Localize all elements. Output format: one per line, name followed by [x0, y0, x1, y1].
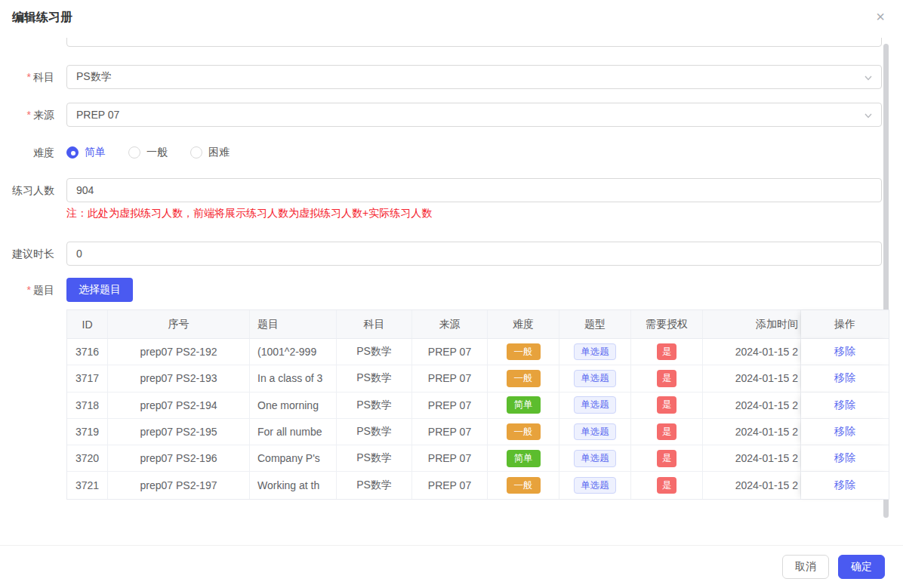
cell-added-time: 2024-01-15 2: [703, 419, 801, 445]
cell-question-title: Working at th: [250, 472, 337, 498]
duration-input[interactable]: [66, 242, 882, 266]
confirm-button[interactable]: 确定: [838, 555, 885, 579]
column-header-9: 添加时间: [703, 310, 801, 339]
cell-difficulty: 简单: [488, 445, 559, 472]
remove-link[interactable]: 移除: [834, 425, 855, 439]
cell-question-type: 单选题: [559, 472, 631, 498]
subject-select[interactable]: PS数学: [66, 65, 882, 89]
cell-auth: 是: [631, 393, 703, 419]
column-header-6: 难度: [488, 310, 559, 339]
auth-required-badge: 是: [657, 423, 677, 441]
cell-added-time: 2024-01-15 2: [703, 445, 801, 472]
cell-source: PREP 07: [412, 472, 488, 498]
auth-required-badge: 是: [657, 370, 677, 387]
difficulty-label: 难度: [0, 143, 54, 162]
cell-question-title: In a class of 3: [250, 365, 337, 392]
cell-source: PREP 07: [412, 445, 488, 472]
auth-required-badge: 是: [657, 343, 677, 361]
cell-subject: PS数学: [337, 472, 412, 498]
difficulty-badge: 一般: [507, 370, 541, 387]
difficulty-field-row: 难度 简单 一般 困难: [0, 143, 903, 162]
radio-icon: [66, 146, 79, 159]
cell-action: 移除: [801, 445, 889, 472]
cell-action: 移除: [801, 339, 889, 365]
difficulty-radio[interactable]: 简单: [66, 146, 106, 159]
cell-source: PREP 07: [412, 365, 488, 392]
cell-added-time: 2024-01-15 2: [703, 472, 801, 498]
questions-label: *题目: [0, 278, 54, 302]
subject-select-value: PS数学: [76, 70, 112, 84]
difficulty-badge: 简单: [507, 396, 541, 414]
cell-sequence: prep07 PS2-194: [108, 393, 250, 419]
remove-link[interactable]: 移除: [834, 345, 855, 359]
cell-added-time: 2024-01-15 2: [703, 365, 801, 392]
source-select-value: PREP 07: [76, 109, 119, 121]
cell-source: PREP 07: [412, 419, 488, 445]
cell-source: PREP 07: [412, 393, 488, 419]
required-asterisk: *: [27, 71, 31, 83]
cell-difficulty: 一般: [488, 472, 559, 498]
radio-label: 简单: [85, 146, 106, 159]
difficulty-radio-group: 简单 一般 困难: [66, 143, 230, 162]
chevron-down-icon: [863, 72, 874, 83]
cell-added-time: 2024-01-15 2: [703, 393, 801, 419]
cell-subject: PS数学: [337, 339, 412, 365]
cell-sequence: prep07 PS2-193: [108, 365, 250, 392]
cell-subject: PS数学: [337, 419, 412, 445]
table-row: 3721 prep07 PS2-197 Working at th PS数学 P…: [67, 472, 889, 498]
radio-icon: [190, 146, 202, 159]
cell-subject: PS数学: [337, 393, 412, 419]
table-body: 3716 prep07 PS2-192 (1001^2-999 PS数学 PRE…: [67, 339, 889, 499]
cell-auth: 是: [631, 445, 703, 472]
difficulty-radio[interactable]: 一般: [128, 146, 168, 159]
table-header-row: ID序号题目科目来源难度题型需要授权添加时间操作: [67, 310, 889, 339]
remove-link[interactable]: 移除: [834, 451, 855, 465]
cell-auth: 是: [631, 472, 703, 498]
cell-auth: 是: [631, 339, 703, 365]
practice-count-input[interactable]: [66, 178, 882, 202]
close-icon[interactable]: ×: [870, 6, 891, 27]
radio-label: 一般: [146, 146, 168, 159]
modal-footer: 取消 确定: [0, 545, 903, 588]
question-type-badge: 单选题: [574, 477, 616, 494]
radio-label: 困难: [208, 146, 230, 159]
source-select[interactable]: PREP 07: [66, 103, 882, 127]
cell-sequence: prep07 PS2-196: [108, 445, 250, 472]
cell-question-title: (1001^2-999: [250, 339, 337, 365]
required-asterisk: *: [27, 109, 31, 121]
edit-workbook-modal: 编辑练习册 × *科目 PS数学 *来源 PREP 07: [0, 0, 903, 588]
cell-difficulty: 一般: [488, 419, 559, 445]
cell-question-title: Company P's: [250, 445, 337, 472]
cell-question-type: 单选题: [559, 419, 631, 445]
difficulty-badge: 一般: [507, 423, 541, 441]
remove-link[interactable]: 移除: [834, 479, 855, 492]
difficulty-radio[interactable]: 困难: [190, 146, 230, 159]
cell-subject: PS数学: [337, 365, 412, 392]
cell-action: 移除: [801, 393, 889, 419]
cell-sequence: prep07 PS2-192: [108, 339, 250, 365]
select-questions-button[interactable]: 选择题目: [66, 278, 133, 302]
required-asterisk: *: [27, 284, 31, 296]
cancel-button[interactable]: 取消: [782, 555, 829, 579]
clipped-input-top[interactable]: [66, 38, 882, 47]
chevron-down-icon: [863, 110, 874, 121]
column-header-3: 题目: [250, 310, 337, 339]
cell-question-title: For all numbe: [250, 419, 337, 445]
source-field-row: *来源 PREP 07: [0, 103, 903, 127]
cell-added-time: 2024-01-15 2: [703, 339, 801, 365]
auth-required-badge: 是: [657, 396, 677, 414]
cell-id: 3716: [67, 339, 108, 365]
cell-difficulty: 简单: [488, 393, 559, 419]
column-header-5: 来源: [412, 310, 488, 339]
cell-question-type: 单选题: [559, 393, 631, 419]
subject-field-row: *科目 PS数学: [0, 65, 903, 89]
cell-sequence: prep07 PS2-195: [108, 419, 250, 445]
remove-link[interactable]: 移除: [834, 371, 855, 385]
auth-required-badge: 是: [657, 450, 677, 467]
auth-required-badge: 是: [657, 477, 677, 494]
subject-label: *科目: [0, 65, 54, 89]
questions-field-row: *题目 选择题目: [0, 278, 903, 302]
remove-link[interactable]: 移除: [834, 399, 855, 412]
cell-subject: PS数学: [337, 445, 412, 472]
column-header-2: 序号: [108, 310, 250, 339]
